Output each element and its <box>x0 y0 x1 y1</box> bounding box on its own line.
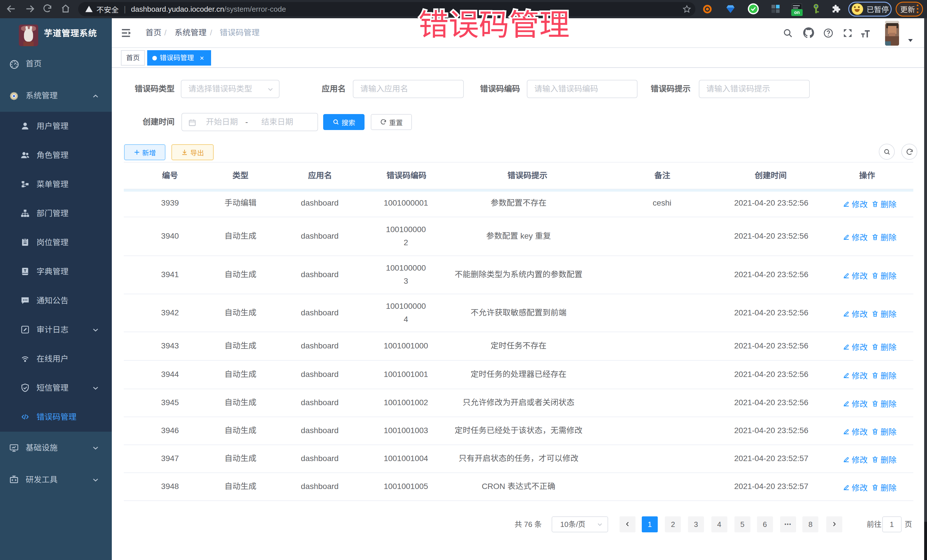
svg-text:错误码管理: 错误码管理 <box>418 8 570 42</box>
